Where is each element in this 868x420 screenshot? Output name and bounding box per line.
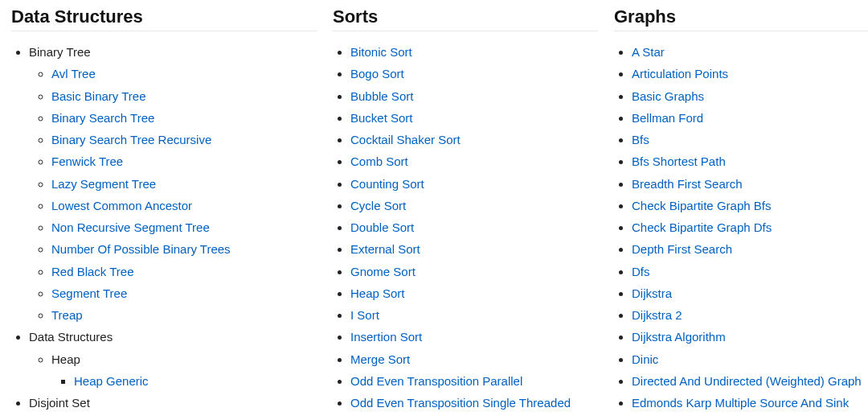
link-number-of-possible-binary-trees[interactable]: Number Of Possible Binary Trees <box>51 242 231 256</box>
label-binary-tree: Binary Tree <box>29 45 91 59</box>
sort-link-external-sort[interactable]: External Sort <box>350 242 420 256</box>
list-item-dijkstra-algorithm: Dijkstra Algorithm <box>632 327 868 346</box>
graph-link-dijkstra[interactable]: Dijkstra <box>632 286 672 300</box>
list-item-basic-graphs: Basic Graphs <box>632 87 868 105</box>
list-item-bellman-ford: Bellman Ford <box>632 109 868 127</box>
column-graphs: Graphs A StarArticulation PointsBasic Gr… <box>614 6 868 420</box>
list-item-dfs: Dfs <box>632 262 868 281</box>
sort-link-bubble-sort[interactable]: Bubble Sort <box>350 89 413 103</box>
graph-link-check-bipartite-graph-dfs[interactable]: Check Bipartite Graph Dfs <box>632 220 772 234</box>
sort-link-double-sort[interactable]: Double Sort <box>350 220 414 234</box>
graph-link-directed-and-undirected-weighted-graph[interactable]: Directed And Undirected (Weighted) Graph <box>632 374 862 388</box>
sort-link-merge-sort[interactable]: Merge Sort <box>350 352 410 366</box>
graph-link-dijkstra-algorithm[interactable]: Dijkstra Algorithm <box>632 330 726 344</box>
link-avl-tree[interactable]: Avl Tree <box>51 67 96 80</box>
list-item-bogo-sort: Bogo Sort <box>350 64 598 83</box>
list-item-merge-sort: Merge Sort <box>350 350 598 369</box>
list-item-depth-first-search: Depth First Search <box>632 240 868 258</box>
columns-container: Data Structures Binary TreeAvl TreeBasic… <box>11 6 857 420</box>
list-item-insertion-sort: Insertion Sort <box>350 327 598 346</box>
list-item-segment-tree: Segment Tree <box>51 284 317 303</box>
label-data-structures: Data Structures <box>29 330 113 344</box>
graph-link-depth-first-search[interactable]: Depth First Search <box>632 242 732 256</box>
sort-link-counting-sort[interactable]: Counting Sort <box>350 177 424 191</box>
list-item-bfs-shortest-path: Bfs Shortest Path <box>632 152 868 171</box>
sort-link-gnome-sort[interactable]: Gnome Sort <box>350 265 416 278</box>
list-item-heap: HeapHeap Generic <box>51 350 317 391</box>
list-item-bubble-sort: Bubble Sort <box>350 87 598 105</box>
list-item-heap-sort: Heap Sort <box>350 284 598 303</box>
link-lazy-segment-tree[interactable]: Lazy Segment Tree <box>51 177 156 191</box>
sublist-disjoint-set: Disjoint Set <box>29 415 317 420</box>
list-item-lazy-segment-tree: Lazy Segment Tree <box>51 175 317 193</box>
graph-link-dfs[interactable]: Dfs <box>632 265 650 278</box>
graph-link-bellman-ford[interactable]: Bellman Ford <box>632 111 703 125</box>
sublist-heap: Heap Generic <box>51 372 317 390</box>
sort-link-insertion-sort[interactable]: Insertion Sort <box>350 330 422 344</box>
sort-link-bitonic-sort[interactable]: Bitonic Sort <box>350 45 412 59</box>
sort-link-odd-even-transposition-parallel[interactable]: Odd Even Transposition Parallel <box>350 374 522 388</box>
graph-link-edmonds-karp-multiple-source-and-sink[interactable]: Edmonds Karp Multiple Source And Sink <box>632 396 849 410</box>
list-item-disjoint-set: Disjoint SetDisjoint Set <box>29 393 317 420</box>
heading-graphs: Graphs <box>614 6 868 31</box>
list-item-eulerian-path-and-circuit-for-undirected-graph: Eulerian Path And Circuit For Undirected… <box>632 415 868 420</box>
graph-link-a-star[interactable]: A Star <box>632 45 665 59</box>
list-item-basic-binary-tree: Basic Binary Tree <box>51 87 317 105</box>
list-item-double-sort: Double Sort <box>350 218 598 237</box>
sort-link-heap-sort[interactable]: Heap Sort <box>350 286 405 300</box>
list-item-check-bipartite-graph-bfs: Check Bipartite Graph Bfs <box>632 196 868 215</box>
list-item-odd-even-transposition-single-threaded: Odd Even Transposition Single Threaded <box>350 393 598 412</box>
list-item-dijkstra-2: Dijkstra 2 <box>632 306 868 324</box>
link-segment-tree[interactable]: Segment Tree <box>51 286 127 300</box>
link-lowest-common-ancestor[interactable]: Lowest Common Ancestor <box>51 199 192 212</box>
list-item-articulation-points: Articulation Points <box>632 64 868 83</box>
sort-link-comb-sort[interactable]: Comb Sort <box>350 154 408 168</box>
label-heap: Heap <box>51 352 80 366</box>
graph-link-basic-graphs[interactable]: Basic Graphs <box>632 89 704 103</box>
list-item-disjoint-set: Disjoint Set <box>51 415 317 420</box>
list-item-a-star: A Star <box>632 43 868 61</box>
graph-link-articulation-points[interactable]: Articulation Points <box>632 67 728 80</box>
sorts-list: Bitonic SortBogo SortBubble SortBucket S… <box>333 43 598 420</box>
link-heap-generic[interactable]: Heap Generic <box>74 374 149 388</box>
list-item-check-bipartite-graph-dfs: Check Bipartite Graph Dfs <box>632 218 868 237</box>
link-fenwick-tree[interactable]: Fenwick Tree <box>51 154 123 168</box>
graph-link-bfs[interactable]: Bfs <box>632 133 649 146</box>
link-red-black-tree[interactable]: Red Black Tree <box>51 265 134 278</box>
sort-link-bucket-sort[interactable]: Bucket Sort <box>350 111 413 125</box>
graph-link-dinic[interactable]: Dinic <box>632 352 658 366</box>
list-item-heap-generic: Heap Generic <box>74 372 317 390</box>
list-item-gnome-sort: Gnome Sort <box>350 262 598 281</box>
graphs-list: A StarArticulation PointsBasic GraphsBel… <box>614 43 868 420</box>
sublist-binary-tree: Avl TreeBasic Binary TreeBinary Search T… <box>29 64 317 324</box>
link-non-recursive-segment-tree[interactable]: Non Recursive Segment Tree <box>51 220 210 234</box>
list-item-binary-search-tree: Binary Search Tree <box>51 109 317 127</box>
list-item-non-recursive-segment-tree: Non Recursive Segment Tree <box>51 218 317 237</box>
list-item-binary-search-tree-recursive: Binary Search Tree Recursive <box>51 130 317 149</box>
list-item-number-of-possible-binary-trees: Number Of Possible Binary Trees <box>51 240 317 258</box>
heading-sorts: Sorts <box>333 6 598 31</box>
graph-link-dijkstra-2[interactable]: Dijkstra 2 <box>632 308 682 322</box>
sort-link-odd-even-transposition-single-threaded[interactable]: Odd Even Transposition Single Threaded <box>350 396 571 410</box>
data-structures-list: Binary TreeAvl TreeBasic Binary TreeBina… <box>11 43 317 420</box>
list-item-external-sort: External Sort <box>350 240 598 258</box>
link-basic-binary-tree[interactable]: Basic Binary Tree <box>51 89 146 103</box>
graph-link-check-bipartite-graph-bfs[interactable]: Check Bipartite Graph Bfs <box>632 199 771 212</box>
list-item-red-black-tree: Red Black Tree <box>51 262 317 281</box>
sort-link-cocktail-shaker-sort[interactable]: Cocktail Shaker Sort <box>350 133 461 146</box>
link-treap[interactable]: Treap <box>51 308 83 322</box>
sort-link-cycle-sort[interactable]: Cycle Sort <box>350 199 406 212</box>
sort-link-i-sort[interactable]: I Sort <box>350 308 379 322</box>
link-binary-search-tree-recursive[interactable]: Binary Search Tree Recursive <box>51 133 211 146</box>
list-item-bucket-sort: Bucket Sort <box>350 109 598 127</box>
sort-link-bogo-sort[interactable]: Bogo Sort <box>350 67 404 80</box>
graph-link-bfs-shortest-path[interactable]: Bfs Shortest Path <box>632 154 726 168</box>
list-item-bitonic-sort: Bitonic Sort <box>350 43 598 61</box>
graph-link-breadth-first-search[interactable]: Breadth First Search <box>632 177 743 191</box>
list-item-avl-tree: Avl Tree <box>51 64 317 83</box>
link-binary-search-tree[interactable]: Binary Search Tree <box>51 111 154 125</box>
column-sorts: Sorts Bitonic SortBogo SortBubble SortBu… <box>333 6 598 420</box>
list-item-counting-sort: Counting Sort <box>350 175 598 193</box>
column-data-structures: Data Structures Binary TreeAvl TreeBasic… <box>11 6 317 420</box>
list-item-edmonds-karp-multiple-source-and-sink: Edmonds Karp Multiple Source And Sink <box>632 393 868 412</box>
